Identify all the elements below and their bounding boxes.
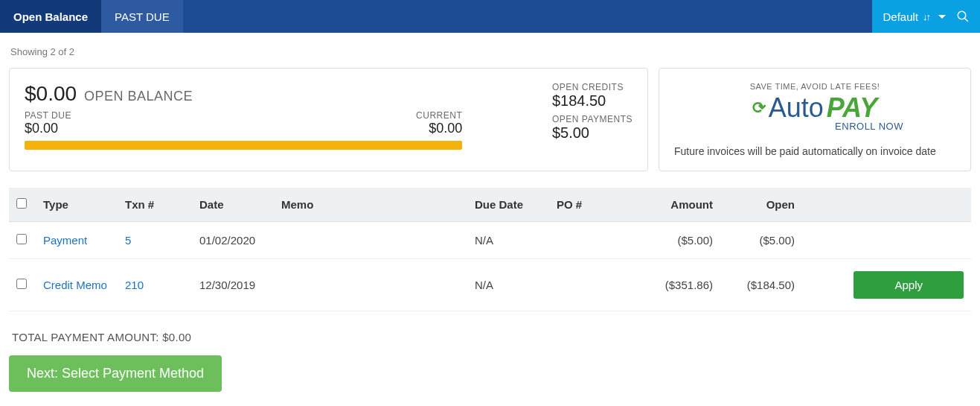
open-balance-amount: $0.00 [25, 82, 77, 106]
total-payment-value: $0.00 [162, 331, 191, 343]
row-txn-link[interactable]: 210 [118, 259, 192, 311]
past-due-label: PAST DUE [25, 110, 71, 121]
table-row: Credit Memo21012/30/2019N/A($351.86)($18… [9, 259, 971, 311]
open-credits-label: OPEN CREDITS [552, 82, 632, 92]
current-label: CURRENT [416, 110, 462, 121]
balance-progress-bar [25, 141, 462, 150]
autopay-pay-text: PAY [827, 92, 878, 124]
col-header-amount[interactable]: Amount [638, 188, 720, 222]
col-header-due[interactable]: Due Date [467, 188, 549, 222]
row-date: 01/02/2020 [192, 222, 274, 259]
open-balance-label: OPEN BALANCE [84, 89, 193, 104]
row-po [549, 259, 638, 311]
row-due: N/A [467, 222, 549, 259]
sort-arrows-icon: ↓↑ [923, 11, 929, 22]
row-date: 12/30/2019 [192, 259, 274, 311]
past-due-amount: $0.00 [25, 121, 71, 136]
row-amount: ($5.00) [638, 222, 720, 259]
table-row: Payment501/02/2020N/A($5.00)($5.00) [9, 222, 971, 259]
row-type-link[interactable]: Payment [36, 222, 118, 259]
row-amount: ($351.86) [638, 259, 720, 311]
row-memo [274, 222, 467, 259]
autopay-logo: ⟳ Auto PAY [674, 92, 955, 124]
total-payment-line: TOTAL PAYMENT AMOUNT: $0.00 [12, 331, 971, 343]
row-txn-link[interactable]: 5 [118, 222, 192, 259]
tab-past-due[interactable]: PAST DUE [101, 0, 183, 33]
chevron-down-icon [938, 15, 946, 19]
autopay-auto-text: Auto [769, 92, 824, 124]
row-memo [274, 259, 467, 311]
total-payment-label: TOTAL PAYMENT AMOUNT: [12, 331, 162, 343]
col-header-date[interactable]: Date [192, 188, 274, 222]
showing-count: Showing 2 of 2 [10, 46, 971, 57]
balance-summary-card: $0.00 OPEN BALANCE PAST DUE $0.00 CURREN… [9, 68, 648, 171]
row-open: ($5.00) [720, 222, 802, 259]
open-credits-amount: $184.50 [552, 92, 632, 110]
top-nav: Open Balance PAST DUE Default ↓↑ [0, 0, 980, 33]
tab-open-balance[interactable]: Open Balance [0, 0, 101, 33]
row-checkbox[interactable] [16, 234, 27, 244]
sort-label: Default [883, 10, 918, 23]
current-amount: $0.00 [416, 121, 462, 136]
col-header-memo[interactable]: Memo [274, 188, 467, 222]
open-payments-label: OPEN PAYMENTS [552, 114, 632, 124]
col-header-open[interactable]: Open [720, 188, 802, 222]
col-header-txn[interactable]: Txn # [118, 188, 192, 222]
svg-point-0 [958, 11, 966, 19]
autopay-tagline: SAVE TIME, AVOID LATE FEES! [674, 82, 955, 91]
svg-line-1 [964, 18, 968, 22]
row-open: ($184.50) [720, 259, 802, 311]
row-po [549, 222, 638, 259]
autopay-description: Future invoices will be paid automatical… [674, 145, 955, 157]
col-header-type[interactable]: Type [36, 188, 118, 222]
select-all-checkbox[interactable] [16, 198, 27, 209]
nav-right-controls: Default ↓↑ [872, 0, 980, 33]
row-checkbox[interactable] [16, 279, 27, 289]
transactions-table: Type Txn # Date Memo Due Date PO # Amoun… [9, 188, 971, 311]
sort-dropdown[interactable]: Default ↓↑ [883, 10, 946, 23]
row-type-link[interactable]: Credit Memo [36, 259, 118, 311]
search-icon[interactable] [956, 10, 970, 23]
row-due: N/A [467, 259, 549, 311]
next-select-payment-button[interactable]: Next: Select Payment Method [9, 355, 222, 392]
refresh-icon: ⟳ [752, 98, 766, 118]
apply-button[interactable]: Apply [854, 271, 964, 299]
open-payments-amount: $5.00 [552, 124, 632, 142]
col-header-po[interactable]: PO # [549, 188, 638, 222]
autopay-card[interactable]: SAVE TIME, AVOID LATE FEES! ⟳ Auto PAY E… [659, 68, 971, 171]
table-header-row: Type Txn # Date Memo Due Date PO # Amoun… [9, 188, 971, 222]
